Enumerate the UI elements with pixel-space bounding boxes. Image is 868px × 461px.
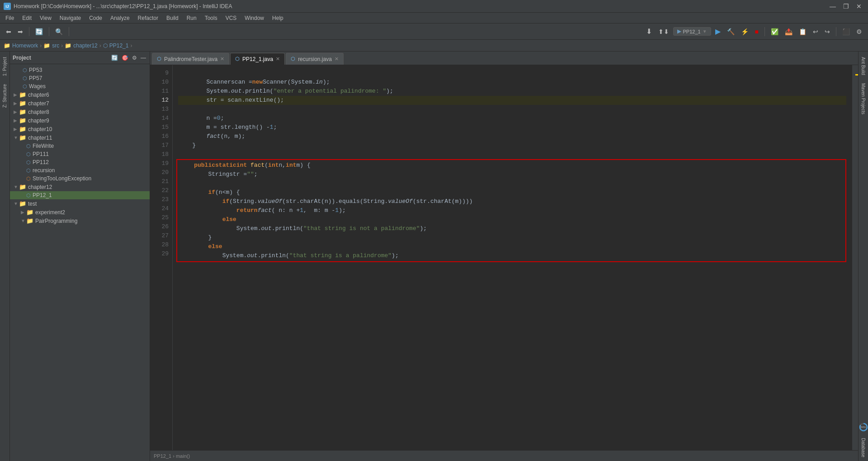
menu-item-run[interactable]: Run xyxy=(183,14,200,22)
side-tab-maven[interactable]: Maven Projects xyxy=(860,80,867,118)
tree-item-recursion-ch11[interactable]: ⬡ recursion xyxy=(10,166,150,174)
menu-item-tools[interactable]: Tools xyxy=(201,14,221,22)
menu-item-navigate[interactable]: Navigate xyxy=(56,14,85,22)
tree-item-test[interactable]: ▼ 📁 test xyxy=(10,199,150,208)
toolbar-forward-button[interactable]: ➡ xyxy=(15,27,25,37)
vcs3-button[interactable]: 📋 xyxy=(797,27,809,37)
layout-button[interactable]: ⬛ xyxy=(840,27,852,37)
breadcrumb-src-icon: 📁 xyxy=(43,42,50,49)
tree-item-pp112[interactable]: ⬡ PP112 xyxy=(10,158,150,166)
menu-item-refactor[interactable]: Refactor xyxy=(134,14,162,22)
sidebar-refresh-btn[interactable]: 🔄 xyxy=(110,54,119,62)
line-num: 18 xyxy=(150,150,169,159)
tab-close-icon[interactable]: ✕ xyxy=(335,56,339,62)
menu-item-view[interactable]: View xyxy=(36,14,55,22)
undo-button[interactable]: ↩ xyxy=(811,27,821,37)
tree-item-filewrite[interactable]: ⬡ FileWrite xyxy=(10,142,150,150)
toolbar-separator2 xyxy=(49,27,49,36)
toolbar-branch-button[interactable]: ⬆⬇ xyxy=(656,27,671,37)
tree-item-chapter8[interactable]: ▶ 📁 chapter8 xyxy=(10,108,150,116)
tree-item-chapter10[interactable]: ▶ 📁 chapter10 xyxy=(10,125,150,133)
coverage-button[interactable]: ⚡ xyxy=(739,27,751,37)
tree-label: PP112 xyxy=(33,159,49,165)
minimize-button[interactable]: — xyxy=(827,2,839,11)
menu-item-help[interactable]: Help xyxy=(269,14,287,22)
settings-button[interactable]: ⚙ xyxy=(854,27,864,37)
sidebar-settings-btn[interactable]: ⚙ xyxy=(131,54,138,62)
tab-recursion[interactable]: ⬡ recursion.java ✕ xyxy=(286,53,344,65)
tree-item-pp12-1[interactable]: ⬡ PP12_1 xyxy=(10,191,150,199)
menu-item-analyze[interactable]: Analyze xyxy=(107,14,133,22)
breadcrumb-file-icon: ⬡ xyxy=(103,42,108,49)
side-tab-database[interactable]: Database xyxy=(860,434,867,461)
stop-button[interactable]: ■ xyxy=(753,27,761,37)
sidebar-collapse-btn[interactable]: — xyxy=(140,54,147,62)
tree-item-pp57[interactable]: ⬡ PP57 xyxy=(10,74,150,82)
close-button[interactable]: ✕ xyxy=(854,2,864,11)
folder-icon: 📁 xyxy=(19,108,26,115)
folder-icon: 📁 xyxy=(19,91,26,98)
code-editor[interactable]: Scanner scan = new Scanner(System.in); S… xyxy=(173,65,852,450)
menu-item-edit[interactable]: Edit xyxy=(19,14,35,22)
line-num: 20 xyxy=(150,168,169,177)
breadcrumb-src[interactable]: src xyxy=(52,42,59,49)
tree-item-chapter12[interactable]: ▼ 📁 chapter12 xyxy=(10,183,150,191)
tree-item-experiment2[interactable]: ▶ 📁 experiment2 xyxy=(10,208,150,216)
menu-item-file[interactable]: File xyxy=(2,14,18,22)
breadcrumb-homework[interactable]: Homework xyxy=(12,42,38,49)
tab-close-icon[interactable]: ✕ xyxy=(276,56,280,62)
toolbar-download-button[interactable]: ⬇ xyxy=(644,26,654,37)
line-num: 13 xyxy=(150,105,169,114)
tree-item-pp53[interactable]: ⬡ PP53 xyxy=(10,66,150,74)
right-scrollbar[interactable] xyxy=(852,65,858,450)
menu-item-build[interactable]: Build xyxy=(163,14,182,22)
tree-item-chapter9[interactable]: ▶ 📁 chapter9 xyxy=(10,116,150,125)
maximize-button[interactable]: ❐ xyxy=(840,2,852,11)
tree-item-stringtoolong[interactable]: ⬡ StringTooLongException xyxy=(10,174,150,183)
toolbar: ⬅ ➡ 🔄 🔍 ⬇ ⬆⬇ ▶ PP12_1 ▼ ▶ 🔨 ⚡ ■ ✅ 📤 📋 ↩ … xyxy=(0,24,868,40)
tree-label: chapter10 xyxy=(28,126,52,132)
side-tab-ant-build[interactable]: Ant Build xyxy=(860,53,867,79)
window-controls[interactable]: — ❐ ✕ xyxy=(827,2,864,11)
tree-label: chapter9 xyxy=(28,118,49,124)
arrow-icon: ▼ xyxy=(14,201,19,206)
sidebar-locate-btn[interactable]: 🎯 xyxy=(121,54,129,62)
code-line-24: return fact( n: n + 1, m: m - 1); xyxy=(180,206,843,215)
sidebar-title: Project xyxy=(13,55,31,61)
toolbar-refresh-button[interactable]: 🔄 xyxy=(33,27,45,37)
side-tab-structure[interactable]: Z: Structure xyxy=(1,80,8,111)
redo-button[interactable]: ↪ xyxy=(822,27,832,37)
run-button[interactable]: ▶ xyxy=(713,26,723,37)
tab-palindrometester[interactable]: ⬡ PalindromeTester.java ✕ xyxy=(152,53,229,65)
tree-item-chapter7[interactable]: ▶ 📁 chapter7 xyxy=(10,99,150,108)
build-button[interactable]: 🔨 xyxy=(725,27,737,37)
vcs-button[interactable]: ✅ xyxy=(769,27,781,37)
tab-pp12-1[interactable]: ⬡ PP12_1.java ✕ xyxy=(230,53,285,65)
breadcrumb-chapter12[interactable]: chapter12 xyxy=(73,42,97,49)
breadcrumb-pp12[interactable]: PP12_1 xyxy=(109,42,129,49)
run-config-selector[interactable]: ▶ PP12_1 ▼ xyxy=(673,27,711,36)
toolbar-back-button[interactable]: ⬅ xyxy=(4,27,14,37)
line-num: 25 xyxy=(150,213,169,222)
tree-item-chapter6[interactable]: ▶ 📁 chapter6 xyxy=(10,90,150,99)
menu-item-vcs[interactable]: VCS xyxy=(222,14,241,22)
tree-item-chapter11[interactable]: ▼ 📁 chapter11 xyxy=(10,133,150,142)
code-line-15: m = str.length() - 1; xyxy=(178,123,846,132)
tree-item-wages[interactable]: ⬡ Wages xyxy=(10,82,150,90)
run-config-label: PP12_1 xyxy=(683,29,700,34)
tab-close-icon[interactable]: ✕ xyxy=(220,56,224,62)
menu-item-code[interactable]: Code xyxy=(85,14,106,22)
window-title: Homework [D:\Code\Homework] - ...\src\ch… xyxy=(14,3,232,9)
code-line-12: str = scan.nextLine(); xyxy=(178,96,846,105)
toolbar-separator5 xyxy=(836,27,836,36)
menu-item-window[interactable]: Window xyxy=(241,14,268,22)
side-tab-project[interactable]: 1: Project xyxy=(1,53,8,80)
toolbar-search-button[interactable]: 🔍 xyxy=(53,27,65,37)
folder-icon: 📁 xyxy=(26,209,33,216)
file-java-icon: ⬡ xyxy=(26,143,31,149)
tree-item-pp111[interactable]: ⬡ PP111 xyxy=(10,150,150,158)
tree-item-pairprog[interactable]: ▼ 📁 PairProgramming xyxy=(10,216,150,225)
line-num: 12 xyxy=(150,96,169,105)
left-side-tabs: 1: Project Z: Structure xyxy=(0,52,10,461)
vcs2-button[interactable]: 📤 xyxy=(783,27,795,37)
